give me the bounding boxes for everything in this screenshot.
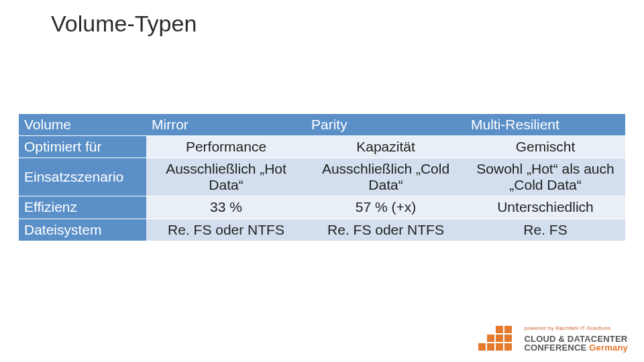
table-cell: 57 % (+x) (306, 196, 466, 219)
table-cell: Gemischt (466, 136, 625, 158)
row-label: Dateisystem (19, 219, 146, 241)
col-header-2: Parity (306, 114, 466, 136)
table-cell: Performance (146, 136, 306, 158)
volume-types-table: Volume Mirror Parity Multi-Resilient Opt… (19, 114, 625, 241)
table-row: Einsatzszenario Ausschließlich „Hot Data… (19, 158, 625, 196)
slide: Volume-Typen Volume Mirror Parity Multi-… (0, 0, 644, 362)
table-cell: Ausschließlich „Hot Data“ (146, 158, 306, 196)
logo-line-1: CLOUD & DATACENTER (524, 335, 628, 344)
slide-title: Volume-Typen (51, 11, 197, 37)
table-cell: Re. FS oder NTFS (146, 219, 306, 241)
table-cell: Re. FS (466, 219, 625, 241)
col-header-3: Multi-Resilient (466, 114, 625, 136)
row-label: Optimiert für (19, 136, 146, 158)
logo-line-2: CONFERENCE Germany (524, 343, 628, 353)
row-label: Einsatzszenario (19, 158, 146, 196)
table-header-row: Volume Mirror Parity Multi-Resilient (19, 114, 625, 136)
logo-powered-by: powered by Rachfahl IT-Solutions (524, 326, 628, 331)
table-row: Dateisystem Re. FS oder NTFS Re. FS oder… (19, 219, 625, 241)
row-label: Effizienz (19, 196, 146, 219)
col-header-1: Mirror (146, 114, 306, 136)
table-cell: Kapazität (306, 136, 466, 158)
table-cell: 33 % (146, 196, 306, 219)
col-header-0: Volume (19, 114, 146, 136)
table-cell: Ausschließlich „Cold Data“ (306, 158, 466, 196)
footer-logo: powered by Rachfahl IT-Solutions CLOUD &… (478, 322, 628, 353)
table-row: Effizienz 33 % 57 % (+x) Unterschiedlich (19, 196, 625, 219)
table-cell: Unterschiedlich (466, 196, 625, 219)
logo-text: powered by Rachfahl IT-Solutions CLOUD &… (524, 326, 628, 353)
table-cell: Sowohl „Hot“ als auch „Cold Data“ (466, 158, 625, 196)
table-row: Optimiert für Performance Kapazität Gemi… (19, 136, 625, 158)
logo-icon (478, 322, 517, 353)
table-cell: Re. FS oder NTFS (306, 219, 466, 241)
